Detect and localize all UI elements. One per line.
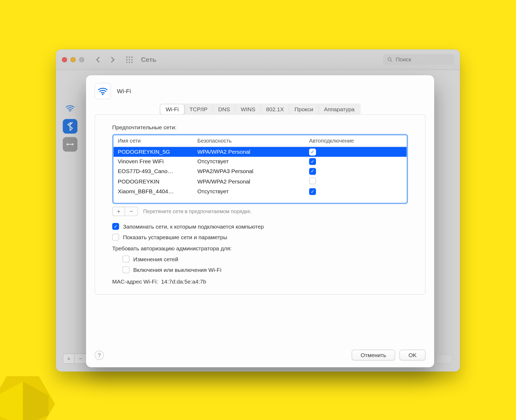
add-network-button[interactable]: + — [112, 207, 125, 216]
table-row[interactable]: Vinoven Free WiFiОтсутствует — [113, 157, 407, 166]
tabbar: Wi-FiTCP/IPDNSWINS802.1XПроксиАппаратура — [160, 104, 361, 115]
network-name: Vinoven Free WiFi — [118, 158, 197, 165]
preferred-networks-label: Предпочтительные сети: — [112, 124, 408, 131]
autojoin-checkbox[interactable] — [309, 158, 316, 165]
admin-heading: Требовать авторизацию администратора для… — [112, 245, 408, 252]
table-body: PODOGREYKIN_5GWPA/WPA2 PersonalVinoven F… — [113, 147, 407, 203]
col-name[interactable]: Имя сети — [118, 138, 197, 144]
network-security: Отсутствует — [197, 158, 309, 165]
network-name: EOS77D-493_Cano… — [118, 168, 197, 174]
mac-value: 14:7d:da:5e:a4:7b — [161, 278, 206, 285]
wifi-panel: Предпочтительные сети: Имя сети Безопасн… — [95, 114, 426, 295]
remember-networks-label: Запоминать сети, к которым подключается … — [123, 223, 264, 230]
drag-hint: Перетяните сети в предпочитаемом порядке… — [143, 208, 252, 215]
table-header: Имя сети Безопасность Автоподключение — [113, 135, 407, 147]
cancel-button[interactable]: Отменить — [352, 350, 395, 360]
autojoin-checkbox[interactable] — [309, 148, 316, 155]
table-row[interactable]: Xiaomi_BBFB_4404…Отсутствует — [113, 187, 407, 196]
add-remove-group: + − — [112, 207, 138, 216]
help-button[interactable]: ? — [95, 350, 104, 360]
network-name: Xiaomi_BBFB_4404… — [118, 188, 197, 195]
show-legacy-checkbox[interactable] — [112, 234, 119, 241]
network-security: WPA2/WPA3 Personal — [197, 168, 309, 174]
ok-button[interactable]: OK — [399, 350, 425, 360]
wifi-icon — [95, 83, 111, 99]
network-name: PODOGREYKIN_5G — [118, 148, 197, 155]
table-row[interactable]: PODOGREYKINWPA/WPA2 Personal — [113, 176, 407, 187]
autojoin-checkbox[interactable] — [309, 168, 316, 175]
remove-network-button[interactable]: − — [125, 207, 138, 216]
table-row[interactable]: EOS77D-493_Cano…WPA2/WPA3 Personal — [113, 166, 407, 176]
sheet-title: Wi-Fi — [117, 88, 131, 95]
network-security: Отсутствует — [197, 188, 309, 195]
table-row[interactable]: PODOGREYKIN_5GWPA/WPA2 Personal — [113, 147, 407, 156]
tab-8021x[interactable]: 802.1X — [261, 104, 289, 114]
tab-wifi[interactable]: Wi-Fi — [160, 104, 184, 114]
mac-label: MAC-адрес Wi-Fi: — [112, 278, 158, 285]
brand-hexagon-icon — [0, 376, 55, 420]
autojoin-checkbox[interactable] — [309, 177, 316, 184]
network-security: WPA/WPA2 Personal — [197, 148, 309, 155]
svg-point-15 — [102, 93, 104, 95]
tab-dns[interactable]: DNS — [213, 104, 236, 114]
network-name: PODOGREYKIN — [118, 178, 197, 185]
admin-change-checkbox[interactable] — [122, 256, 129, 263]
tab-[interactable]: Аппаратура — [319, 104, 360, 114]
autojoin-checkbox[interactable] — [309, 188, 316, 195]
preferred-networks-table[interactable]: Имя сети Безопасность Автоподключение PO… — [112, 134, 408, 204]
admin-toggle-checkbox[interactable] — [122, 266, 129, 273]
network-security: WPA/WPA2 Personal — [197, 178, 309, 185]
col-autojoin[interactable]: Автоподключение — [309, 138, 402, 144]
tab-[interactable]: Прокси — [289, 104, 319, 114]
admin-toggle-label: Включения или выключения Wi-Fi — [133, 267, 222, 273]
col-security[interactable]: Безопасность — [197, 138, 309, 144]
mac-address-row: MAC-адрес Wi-Fi: 14:7d:da:5e:a4:7b — [112, 278, 408, 285]
show-legacy-label: Показать устаревшие сети и параметры — [123, 234, 227, 240]
remember-networks-checkbox[interactable] — [112, 223, 119, 230]
admin-change-label: Изменения сетей — [133, 256, 178, 262]
tab-wins[interactable]: WINS — [236, 104, 261, 114]
tab-tcpip[interactable]: TCP/IP — [184, 104, 213, 114]
wifi-advanced-sheet: Wi-Fi Wi-FiTCP/IPDNSWINS802.1XПроксиАппа… — [86, 75, 434, 367]
